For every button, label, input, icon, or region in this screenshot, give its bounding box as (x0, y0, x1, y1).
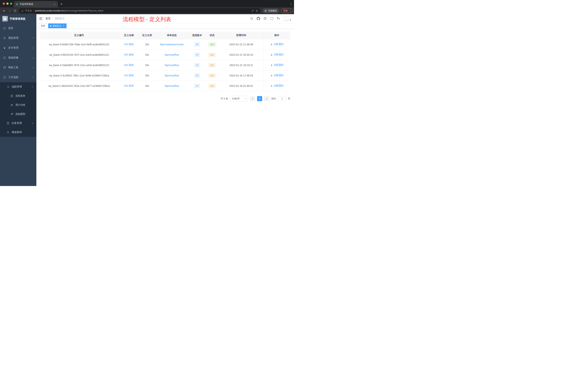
assign-rule-link[interactable]: 分配规则 (270, 53, 284, 56)
sidebar-item-process-management[interactable]: 流程管理 (0, 82, 36, 91)
avatar (283, 16, 289, 21)
breadcrumb-separator: / (52, 17, 53, 20)
definition-name-link[interactable]: OA 请假 (124, 53, 134, 56)
sidebar-item-process-model[interactable]: 流程模型 (0, 109, 36, 119)
assign-rule-label: 分配规则 (274, 43, 284, 46)
breadcrumb-home[interactable]: 首页 (45, 17, 51, 20)
sidebar-item-workflow[interactable]: 工作流程 (0, 72, 36, 82)
user-avatar-menu[interactable] (283, 16, 291, 21)
sidebar-item-infrastructure[interactable]: 基础设施 (0, 53, 36, 63)
tag-process-definition[interactable]: 流程定义 × (48, 23, 67, 28)
address-bar[interactable]: 不安全 dashboard.yudao.iocoder.cn/bpm/manag… (19, 8, 260, 13)
github-icon[interactable] (257, 17, 260, 20)
definition-category: OA (140, 81, 155, 91)
app-logo[interactable]: 芋道管理系统 (0, 14, 36, 23)
page-jump-input[interactable] (278, 96, 286, 101)
main-area: 首页 / 流程定义 TT 首页 流程定义 (36, 14, 294, 186)
tags-view: 首页 流程定义 × (36, 23, 294, 29)
app-navbar: 首页 / 流程定义 TT (36, 14, 294, 23)
menu-fold-icon[interactable] (39, 17, 42, 20)
forward-icon[interactable] (7, 8, 12, 13)
sidebar-item-leave-query[interactable]: 请假查询 (0, 128, 36, 137)
update-button[interactable]: 更新 ⋮ (281, 8, 293, 13)
assign-rule-label: 分配规则 (274, 53, 284, 56)
table-row: oa_leave:4:991f2193-7b7f-11ec-a3c8-acde4… (40, 50, 290, 60)
definition-name-link[interactable]: OA 请假 (124, 43, 134, 46)
page-size-select[interactable]: 10条/页 (230, 96, 248, 101)
definition-category: OA (140, 50, 155, 60)
sidebar-item-label: 用户分组 (15, 103, 25, 107)
back-icon[interactable] (1, 8, 7, 13)
security-label[interactable]: 不安全 (25, 9, 32, 12)
window-controls (3, 2, 12, 5)
tab-search-icon[interactable] (291, 2, 291, 6)
definition-name-link[interactable]: OA 请假 (124, 74, 134, 77)
yen-icon: ¥ (3, 46, 6, 50)
chevron-down-icon (244, 98, 246, 99)
jump-suffix-label: 页 (288, 97, 290, 100)
tag-close-icon[interactable]: × (62, 25, 65, 27)
table-row: oa_leave:5:004b710b-7b8a-11ec-8ef0-acde4… (40, 39, 290, 50)
definition-name-link[interactable]: OA 请假 (124, 64, 134, 66)
fullscreen-icon[interactable] (270, 17, 273, 20)
sidebar-item-payment-management[interactable]: ¥ 支付管理 (0, 43, 36, 53)
form-info-link[interactable]: /bpm/oa/leave/create (160, 43, 184, 46)
chevron-down-icon (32, 56, 34, 58)
next-page-button[interactable]: › (264, 96, 269, 101)
browser-menu-icon[interactable]: ⋮ (289, 9, 291, 12)
status-badge: 激活 (208, 42, 216, 47)
search-icon[interactable] (250, 17, 253, 20)
chevron-down-icon (32, 122, 34, 124)
definition-category: OA (140, 70, 155, 81)
incognito-badge: 无痕模式 (262, 8, 279, 13)
assign-rule-link[interactable]: 分配规则 (270, 84, 284, 87)
sidebar-item-task-management[interactable]: 任务管理 (0, 119, 36, 128)
assign-rule-link[interactable]: 分配规则 (270, 63, 284, 67)
form-info-link[interactable]: /bpm/oa/flow (165, 53, 179, 56)
incognito-icon (264, 9, 267, 12)
sidebar-item-system-management[interactable]: 系统管理 (0, 33, 36, 43)
pagination: 共 5 条 10条/页 ‹ 1 › 前往 页 (40, 96, 290, 101)
definition-id: oa_leave:3:1fad3d93-7b75-11ec-a3c8-acde4… (40, 60, 118, 70)
column-header: 定义名称 (118, 32, 140, 39)
user-icon (270, 85, 273, 87)
assign-rule-link[interactable]: 分配规则 (270, 74, 284, 77)
window-close-button[interactable] (3, 2, 5, 5)
breadcrumb: 首页 / 流程定义 (45, 17, 65, 20)
window-minimize-button[interactable] (6, 2, 9, 5)
assign-rule-link[interactable]: 分配规则 (270, 43, 284, 46)
bookmark-star-icon[interactable] (255, 10, 258, 12)
sidebar-item-user-group[interactable]: 用户分组 (0, 100, 36, 109)
font-size-icon[interactable]: TT (277, 17, 280, 20)
window-zoom-button[interactable] (10, 2, 12, 5)
url-divider (33, 10, 34, 12)
reload-icon[interactable] (12, 8, 17, 13)
table-row: oa_leave:1:482ec033-762a-11ec-8477-a2380… (40, 81, 290, 91)
definition-id: oa_leave:1:482ec033-762a-11ec-8477-a2380… (40, 81, 118, 91)
chevron-up-icon (32, 86, 34, 88)
form-info-link[interactable]: /bpm/oa/flow (165, 85, 179, 87)
tab-close-icon[interactable]: × (53, 3, 56, 6)
sidebar-menu: 首页 系统管理 ¥ 支付管理 基础设施 研发工具 (0, 23, 36, 186)
new-tab-button[interactable] (59, 2, 64, 6)
form-info-link[interactable]: /bpm/oa/flow (165, 64, 179, 67)
form-info-link[interactable]: /bpm/oa/flow (165, 74, 179, 77)
sidebar-item-dev-tools[interactable]: 研发工具 (0, 63, 36, 72)
users-icon (10, 104, 13, 107)
version-tag: v3 (194, 63, 200, 67)
browser-tab[interactable]: 芋道管理系统 × (14, 1, 58, 7)
sidebar-item-home[interactable]: 首页 (0, 23, 36, 33)
version-tag: v1 (194, 84, 200, 88)
column-header: 部署时间 (219, 32, 263, 39)
help-icon[interactable] (263, 17, 267, 20)
tag-home[interactable]: 首页 (39, 23, 47, 28)
deploy-time: 2022-01-22 21:48:38 (219, 39, 263, 50)
definition-name-link[interactable]: OA 请假 (124, 84, 134, 87)
password-key-icon[interactable] (251, 10, 254, 12)
definition-id: oa_leave:4:991f2193-7b7f-11ec-a3c8-acde4… (40, 50, 118, 60)
sidebar-item-label: 工作流程 (8, 76, 18, 79)
page-1-button[interactable]: 1 (257, 96, 262, 101)
prev-page-button[interactable]: ‹ (250, 96, 255, 101)
app-title: 芋道管理系统 (10, 17, 25, 21)
sidebar-item-process-form[interactable]: 流程表单 (0, 91, 36, 100)
